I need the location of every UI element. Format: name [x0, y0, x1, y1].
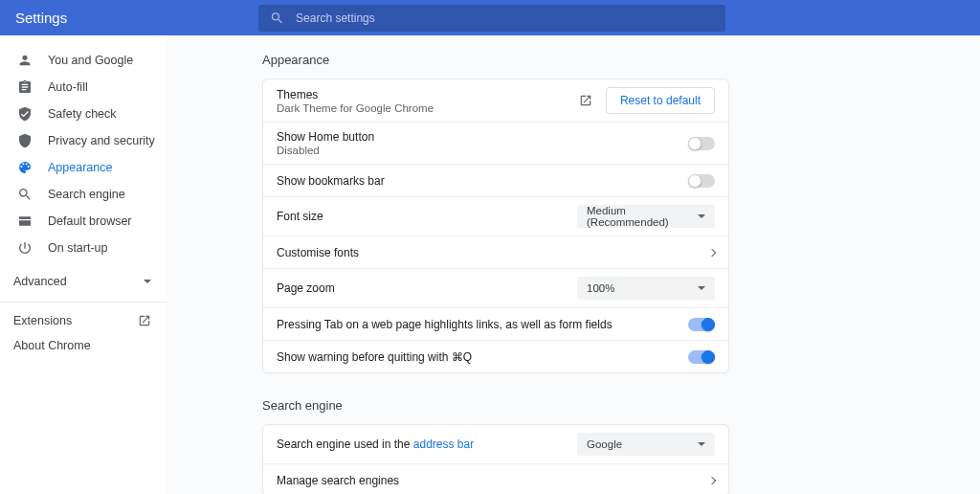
- quit-warning-label: Show warning before quitting with ⌘Q: [277, 350, 688, 364]
- open-in-new-icon: [138, 314, 151, 327]
- sidebar-item-startup[interactable]: On start-up: [0, 235, 167, 261]
- row-themes[interactable]: Themes Dark Theme for Google Chrome Rese…: [263, 79, 728, 122]
- palette-icon: [17, 160, 33, 175]
- divider: [0, 302, 167, 303]
- section-title-appearance: Appearance: [262, 53, 980, 67]
- row-customise-fonts[interactable]: Customise fonts: [263, 236, 728, 268]
- assignment-icon: [17, 79, 33, 95]
- page-title: Settings: [15, 10, 258, 26]
- manage-search-label: Manage search engines: [277, 474, 709, 487]
- search-input[interactable]: [296, 11, 714, 25]
- sidebar-item-appearance[interactable]: Appearance: [0, 154, 167, 181]
- sidebar-item-label: Auto-fill: [48, 80, 88, 94]
- content-area: Appearance Themes Dark Theme for Google …: [167, 35, 980, 494]
- row-bookmarks-bar: Show bookmarks bar: [263, 164, 728, 196]
- sidebar-item-label: On start-up: [48, 241, 108, 255]
- about-label: About Chrome: [13, 339, 91, 352]
- row-home-button: Show Home button Disabled: [263, 122, 728, 164]
- search-container[interactable]: [258, 5, 725, 32]
- toggle-tab-highlight[interactable]: [688, 318, 715, 331]
- chevron-down-icon: [698, 442, 705, 446]
- sidebar-item-label: Search engine: [48, 188, 125, 201]
- font-size-label: Font size: [277, 210, 577, 223]
- search-engine-value: Google: [587, 438, 622, 450]
- section-title-search: Search engine: [262, 398, 980, 413]
- power-icon: [17, 240, 33, 256]
- chevron-down-icon: [698, 214, 705, 218]
- bookmarks-label: Show bookmarks bar: [277, 174, 688, 188]
- verified-icon: [17, 106, 33, 122]
- extensions-label: Extensions: [13, 314, 72, 327]
- sidebar-item-about[interactable]: About Chrome: [0, 333, 167, 358]
- page-zoom-select[interactable]: 100%: [577, 277, 715, 300]
- open-in-new-icon[interactable]: [579, 94, 592, 107]
- search-icon: [17, 187, 33, 202]
- sidebar-item-search-engine[interactable]: Search engine: [0, 181, 167, 208]
- sidebar-item-autofill[interactable]: Auto-fill: [0, 74, 167, 101]
- sidebar-item-label: Safety check: [48, 107, 117, 121]
- sidebar-item-label: You and Google: [48, 54, 133, 67]
- themes-sub: Dark Theme for Google Chrome: [277, 102, 579, 114]
- sidebar-item-default-browser[interactable]: Default browser: [0, 208, 167, 235]
- row-page-zoom: Page zoom 100%: [263, 268, 728, 307]
- zoom-label: Page zoom: [277, 281, 577, 295]
- chevron-right-icon: [708, 248, 716, 256]
- chevron-right-icon: [708, 476, 716, 483]
- home-sub: Disabled: [277, 145, 688, 156]
- sidebar-item-label: Appearance: [48, 161, 112, 174]
- row-quit-warning: Show warning before quitting with ⌘Q: [263, 340, 728, 372]
- chevron-down-icon: [698, 286, 705, 290]
- sidebar-item-privacy[interactable]: Privacy and security: [0, 127, 167, 154]
- home-label: Show Home button: [277, 130, 688, 144]
- row-search-used: Search engine used in the address bar Go…: [263, 425, 728, 463]
- search-engine-select[interactable]: Google: [577, 433, 715, 456]
- sidebar-item-label: Privacy and security: [48, 134, 155, 147]
- search-used-label: Search engine used in the address bar: [277, 438, 577, 451]
- address-bar-link[interactable]: address bar: [413, 438, 474, 451]
- advanced-toggle[interactable]: Advanced: [0, 267, 167, 296]
- header: Settings: [0, 0, 980, 35]
- search-icon: [270, 11, 284, 26]
- zoom-value: 100%: [587, 282, 614, 294]
- advanced-label: Advanced: [13, 275, 67, 288]
- tab-highlight-label: Pressing Tab on a web page highlights li…: [277, 318, 688, 331]
- toggle-quit-warning[interactable]: [688, 350, 715, 364]
- sidebar: You and Google Auto-fill Safety check Pr…: [0, 35, 167, 494]
- sidebar-item-you-and-google[interactable]: You and Google: [0, 47, 167, 74]
- customise-fonts-label: Customise fonts: [277, 246, 709, 259]
- reset-to-default-button[interactable]: Reset to default: [606, 87, 715, 114]
- chevron-down-icon: [144, 280, 151, 283]
- browser-icon: [17, 213, 33, 229]
- person-icon: [17, 53, 33, 68]
- sidebar-item-label: Default browser: [48, 214, 132, 228]
- font-size-select[interactable]: Medium (Recommended): [577, 205, 715, 228]
- row-tab-highlight: Pressing Tab on a web page highlights li…: [263, 307, 728, 340]
- themes-label: Themes: [277, 88, 579, 101]
- search-engine-card: Search engine used in the address bar Go…: [262, 424, 729, 494]
- sidebar-item-safety-check[interactable]: Safety check: [0, 101, 167, 127]
- shield-icon: [17, 133, 33, 148]
- toggle-home-button[interactable]: [688, 137, 715, 150]
- appearance-card: Themes Dark Theme for Google Chrome Rese…: [262, 79, 729, 373]
- sidebar-item-extensions[interactable]: Extensions: [0, 308, 167, 333]
- row-manage-search[interactable]: Manage search engines: [263, 463, 728, 494]
- font-size-value: Medium (Recommended): [587, 205, 698, 228]
- toggle-bookmarks-bar[interactable]: [688, 174, 715, 188]
- row-font-size: Font size Medium (Recommended): [263, 196, 728, 236]
